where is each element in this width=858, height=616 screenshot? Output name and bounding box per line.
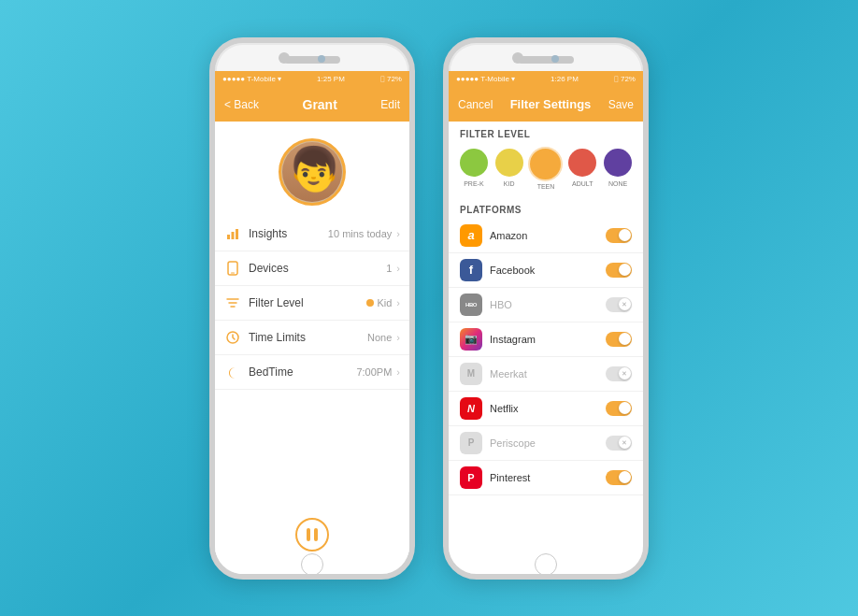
platforms-header: PLATFORMS [449, 197, 643, 219]
list-item[interactable]: f Facebook [449, 253, 643, 288]
right-phone: ●●●●● T-Mobile ▾ 1:26 PM ⌷ 72% Cancel Fi… [443, 37, 649, 580]
list-item[interactable]: Devices 1 › [215, 251, 409, 286]
back-button[interactable]: < Back [224, 98, 259, 111]
clock-icon [224, 329, 241, 346]
level-item-none[interactable]: NONE [604, 149, 632, 190]
home-indicator [215, 555, 409, 574]
menu-value-timelimits: None › [367, 332, 400, 343]
carrier-left: ●●●●● T-Mobile ▾ [222, 75, 281, 83]
left-status-bar: ●●●●● T-Mobile ▾ 1:25 PM ⌷ 72% [215, 71, 409, 88]
list-item[interactable]: Time Limits None › [215, 321, 409, 355]
prek-circle [460, 149, 488, 177]
avatar-ring: 👦 [279, 138, 346, 206]
home-indicator-right [449, 555, 643, 574]
instagram-label: Instagram [490, 334, 598, 345]
netflix-toggle[interactable] [606, 401, 632, 416]
meerkat-icon: M [460, 363, 482, 385]
periscope-label: Periscope [490, 437, 598, 449]
home-button[interactable] [301, 553, 323, 576]
periscope-toggle[interactable]: ✕ [606, 436, 632, 451]
menu-value-devices: 1 › [386, 263, 400, 274]
time-left: 1:25 PM [317, 75, 345, 83]
level-item-prek[interactable]: PRE-K [460, 149, 488, 190]
list-item[interactable]: N Netflix [449, 392, 643, 426]
facebook-label: Facebook [490, 265, 598, 276]
list-item[interactable]: M Meerkat ✕ [449, 357, 643, 392]
nav-title-left: Grant [303, 97, 337, 112]
filter-level-header: FILTER LEVEL [449, 122, 643, 143]
menu-value-insights: 10 mins today › [328, 228, 400, 239]
filter-content: FILTER LEVEL PRE-K KID TEEN [449, 122, 643, 555]
platforms-list: a Amazon f Facebook HBO HBO ✕ [449, 219, 643, 495]
chevron-icon: › [396, 228, 400, 239]
chart-icon [224, 225, 241, 242]
menu-list: Insights 10 mins today › Devices 1 › [215, 217, 409, 514]
adult-circle [568, 149, 596, 177]
left-screen: 👦 Insights 10 mins today › [215, 122, 409, 555]
meerkat-toggle[interactable]: ✕ [606, 366, 632, 381]
hbo-icon: HBO [460, 294, 482, 316]
list-item[interactable]: BedTime 7:00PM › [215, 355, 409, 390]
list-item[interactable]: P Periscope ✕ [449, 426, 643, 461]
phone-camera-right [551, 55, 559, 63]
svg-rect-4 [231, 272, 235, 273]
menu-label-filter: Filter Level [249, 296, 359, 309]
instagram-toggle[interactable] [606, 332, 632, 347]
kid-label: KID [504, 180, 515, 187]
cancel-button[interactable]: Cancel [458, 98, 493, 111]
filter-dot [366, 299, 374, 307]
list-item[interactable]: a Amazon [449, 219, 643, 253]
list-item[interactable]: Filter Level Kid › [215, 286, 409, 321]
edit-button[interactable]: Edit [380, 98, 400, 111]
list-item[interactable]: 📷 Instagram [449, 322, 643, 357]
list-item[interactable]: P Pinterest [449, 461, 643, 495]
list-item[interactable]: Insights 10 mins today › [215, 217, 409, 251]
battery-left: ⌷ 72% [380, 75, 402, 83]
home-button-right[interactable] [535, 553, 557, 576]
right-status-bar: ●●●●● T-Mobile ▾ 1:26 PM ⌷ 72% [449, 71, 643, 88]
phone-icon [224, 260, 241, 277]
filter-levels: PRE-K KID TEEN ADULT [449, 143, 643, 197]
menu-label-devices: Devices [249, 262, 379, 275]
none-circle [604, 149, 632, 177]
menu-value-filter: Kid › [366, 297, 400, 308]
svg-rect-0 [227, 235, 230, 239]
facebook-icon: f [460, 259, 482, 281]
hbo-toggle[interactable]: ✕ [606, 297, 632, 312]
level-item-adult[interactable]: ADULT [568, 149, 596, 190]
list-item[interactable]: HBO HBO ✕ [449, 288, 643, 322]
filter-settings-title: Filter Settings [510, 97, 592, 111]
menu-label-timelimits: Time Limits [249, 331, 360, 344]
svg-rect-2 [236, 229, 238, 239]
svg-rect-1 [232, 232, 235, 239]
facebook-toggle[interactable] [606, 263, 632, 278]
time-right: 1:26 PM [551, 75, 579, 83]
amazon-label: Amazon [490, 230, 598, 241]
netflix-label: Netflix [490, 403, 598, 414]
level-item-kid[interactable]: KID [495, 149, 523, 190]
bottom-section [215, 514, 409, 555]
save-button[interactable]: Save [608, 98, 634, 111]
periscope-icon: P [460, 432, 482, 454]
pause-bar-right [314, 528, 318, 541]
teen-label: TEEN [537, 183, 555, 190]
pinterest-icon: P [460, 466, 482, 489]
pinterest-label: Pinterest [490, 472, 598, 483]
none-label: NONE [608, 180, 627, 187]
amazon-toggle[interactable] [606, 228, 632, 243]
phone-camera [318, 55, 325, 63]
left-phone: ●●●●● T-Mobile ▾ 1:25 PM ⌷ 72% < Back Gr… [209, 37, 415, 580]
filter-nav-bar: Cancel Filter Settings Save [449, 88, 643, 122]
moon-icon [224, 364, 241, 380]
pause-button[interactable] [295, 518, 329, 552]
meerkat-label: Meerkat [490, 368, 598, 380]
carrier-right: ●●●●● T-Mobile ▾ [456, 75, 515, 83]
level-item-teen[interactable]: TEEN [530, 149, 561, 190]
instagram-icon: 📷 [460, 328, 482, 351]
filter-icon [224, 294, 241, 311]
menu-label-bedtime: BedTime [249, 365, 349, 379]
amazon-icon: a [460, 224, 482, 247]
left-nav-bar: < Back Grant Edit [215, 88, 409, 122]
chevron-icon: › [396, 332, 400, 343]
pinterest-toggle[interactable] [606, 470, 632, 485]
